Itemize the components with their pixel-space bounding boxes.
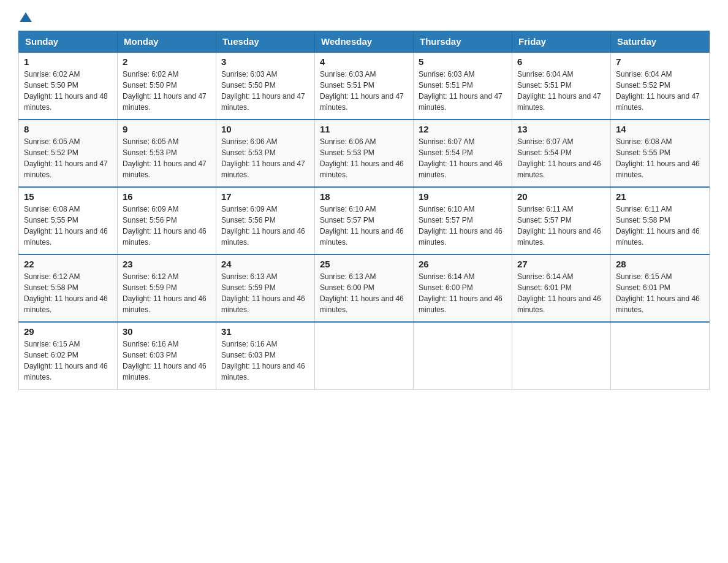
calendar-cell: 29Sunrise: 6:15 AMSunset: 6:02 PMDayligh… [19, 322, 118, 389]
calendar-week-row: 1Sunrise: 6:02 AMSunset: 5:50 PMDaylight… [19, 52, 710, 120]
calendar-cell: 19Sunrise: 6:10 AMSunset: 5:57 PMDayligh… [414, 187, 512, 255]
day-number: 2 [123, 56, 211, 67]
day-info: Sunrise: 6:04 AMSunset: 5:52 PMDaylight:… [616, 69, 704, 113]
day-number: 26 [419, 259, 507, 269]
day-number: 10 [221, 124, 309, 134]
col-header-thursday: Thursday [414, 31, 512, 53]
day-number: 7 [616, 56, 704, 67]
calendar-cell: 23Sunrise: 6:12 AMSunset: 5:59 PMDayligh… [118, 255, 216, 322]
calendar-cell: 2Sunrise: 6:02 AMSunset: 5:50 PMDaylight… [118, 52, 216, 120]
calendar-cell: 26Sunrise: 6:14 AMSunset: 6:00 PMDayligh… [414, 255, 512, 322]
day-info: Sunrise: 6:06 AMSunset: 5:53 PMDaylight:… [320, 136, 408, 180]
calendar-cell [512, 322, 611, 389]
day-info: Sunrise: 6:15 AMSunset: 6:02 PMDaylight:… [24, 339, 112, 383]
day-number: 24 [221, 259, 309, 269]
day-number: 14 [616, 124, 704, 134]
day-info: Sunrise: 6:04 AMSunset: 5:51 PMDaylight:… [517, 69, 605, 113]
day-number: 19 [419, 191, 507, 202]
day-info: Sunrise: 6:03 AMSunset: 5:51 PMDaylight:… [419, 69, 507, 113]
day-info: Sunrise: 6:11 AMSunset: 5:58 PMDaylight:… [616, 204, 704, 248]
calendar-cell: 14Sunrise: 6:08 AMSunset: 5:55 PMDayligh… [611, 120, 710, 187]
page-header [18, 12, 710, 21]
day-number: 5 [419, 56, 507, 67]
day-number: 20 [517, 191, 605, 202]
day-number: 28 [616, 259, 704, 269]
calendar-cell: 30Sunrise: 6:16 AMSunset: 6:03 PMDayligh… [118, 322, 216, 389]
day-info: Sunrise: 6:09 AMSunset: 5:56 PMDaylight:… [123, 204, 211, 248]
day-info: Sunrise: 6:12 AMSunset: 5:59 PMDaylight:… [123, 271, 211, 315]
col-header-monday: Monday [118, 31, 216, 53]
day-number: 12 [419, 124, 507, 134]
day-info: Sunrise: 6:05 AMSunset: 5:53 PMDaylight:… [123, 136, 211, 180]
day-number: 4 [320, 56, 408, 67]
day-info: Sunrise: 6:16 AMSunset: 6:03 PMDaylight:… [123, 339, 211, 383]
calendar-week-row: 29Sunrise: 6:15 AMSunset: 6:02 PMDayligh… [19, 322, 710, 389]
calendar-cell: 16Sunrise: 6:09 AMSunset: 5:56 PMDayligh… [118, 187, 216, 255]
day-info: Sunrise: 6:06 AMSunset: 5:53 PMDaylight:… [221, 136, 309, 180]
col-header-wednesday: Wednesday [315, 31, 414, 53]
day-info: Sunrise: 6:13 AMSunset: 5:59 PMDaylight:… [221, 271, 309, 315]
day-number: 16 [123, 191, 211, 202]
calendar-cell: 6Sunrise: 6:04 AMSunset: 5:51 PMDaylight… [512, 52, 611, 120]
day-info: Sunrise: 6:05 AMSunset: 5:52 PMDaylight:… [24, 136, 112, 180]
calendar-cell: 9Sunrise: 6:05 AMSunset: 5:53 PMDaylight… [118, 120, 216, 187]
day-number: 17 [221, 191, 309, 202]
day-number: 15 [24, 191, 112, 202]
calendar-cell: 3Sunrise: 6:03 AMSunset: 5:50 PMDaylight… [216, 52, 315, 120]
day-info: Sunrise: 6:08 AMSunset: 5:55 PMDaylight:… [616, 136, 704, 180]
calendar-cell: 22Sunrise: 6:12 AMSunset: 5:58 PMDayligh… [19, 255, 118, 322]
calendar-cell: 25Sunrise: 6:13 AMSunset: 6:00 PMDayligh… [315, 255, 414, 322]
day-info: Sunrise: 6:10 AMSunset: 5:57 PMDaylight:… [419, 204, 507, 248]
day-info: Sunrise: 6:10 AMSunset: 5:57 PMDaylight:… [320, 204, 408, 248]
day-info: Sunrise: 6:08 AMSunset: 5:55 PMDaylight:… [24, 204, 112, 248]
calendar-week-row: 22Sunrise: 6:12 AMSunset: 5:58 PMDayligh… [19, 255, 710, 322]
day-info: Sunrise: 6:03 AMSunset: 5:50 PMDaylight:… [221, 69, 309, 113]
calendar-cell: 7Sunrise: 6:04 AMSunset: 5:52 PMDaylight… [611, 52, 710, 120]
calendar-cell: 1Sunrise: 6:02 AMSunset: 5:50 PMDaylight… [19, 52, 118, 120]
day-number: 27 [517, 259, 605, 269]
col-header-sunday: Sunday [19, 31, 118, 53]
day-info: Sunrise: 6:11 AMSunset: 5:57 PMDaylight:… [517, 204, 605, 248]
day-number: 11 [320, 124, 408, 134]
day-number: 1 [24, 56, 112, 67]
calendar-cell: 11Sunrise: 6:06 AMSunset: 5:53 PMDayligh… [315, 120, 414, 187]
day-number: 9 [123, 124, 211, 134]
day-info: Sunrise: 6:13 AMSunset: 6:00 PMDaylight:… [320, 271, 408, 315]
logo-triangle-icon [20, 12, 32, 22]
day-info: Sunrise: 6:09 AMSunset: 5:56 PMDaylight:… [221, 204, 309, 248]
day-number: 18 [320, 191, 408, 202]
day-number: 30 [123, 326, 211, 337]
day-info: Sunrise: 6:16 AMSunset: 6:03 PMDaylight:… [221, 339, 309, 383]
calendar-cell: 17Sunrise: 6:09 AMSunset: 5:56 PMDayligh… [216, 187, 315, 255]
day-number: 8 [24, 124, 112, 134]
day-info: Sunrise: 6:07 AMSunset: 5:54 PMDaylight:… [517, 136, 605, 180]
calendar-week-row: 8Sunrise: 6:05 AMSunset: 5:52 PMDaylight… [19, 120, 710, 187]
day-info: Sunrise: 6:03 AMSunset: 5:51 PMDaylight:… [320, 69, 408, 113]
calendar-cell: 27Sunrise: 6:14 AMSunset: 6:01 PMDayligh… [512, 255, 611, 322]
day-info: Sunrise: 6:14 AMSunset: 6:01 PMDaylight:… [517, 271, 605, 315]
day-number: 29 [24, 326, 112, 337]
day-number: 3 [221, 56, 309, 67]
day-number: 25 [320, 259, 408, 269]
calendar-header-row: SundayMondayTuesdayWednesdayThursdayFrid… [19, 31, 710, 53]
calendar-cell: 4Sunrise: 6:03 AMSunset: 5:51 PMDaylight… [315, 52, 414, 120]
calendar-cell: 31Sunrise: 6:16 AMSunset: 6:03 PMDayligh… [216, 322, 315, 389]
col-header-saturday: Saturday [611, 31, 710, 53]
calendar-cell: 15Sunrise: 6:08 AMSunset: 5:55 PMDayligh… [19, 187, 118, 255]
logo [18, 12, 33, 21]
col-header-tuesday: Tuesday [216, 31, 315, 53]
day-info: Sunrise: 6:12 AMSunset: 5:58 PMDaylight:… [24, 271, 112, 315]
calendar-cell: 13Sunrise: 6:07 AMSunset: 5:54 PMDayligh… [512, 120, 611, 187]
calendar-cell: 21Sunrise: 6:11 AMSunset: 5:58 PMDayligh… [611, 187, 710, 255]
day-number: 6 [517, 56, 605, 67]
day-info: Sunrise: 6:07 AMSunset: 5:54 PMDaylight:… [419, 136, 507, 180]
calendar-cell: 10Sunrise: 6:06 AMSunset: 5:53 PMDayligh… [216, 120, 315, 187]
col-header-friday: Friday [512, 31, 611, 53]
day-number: 22 [24, 259, 112, 269]
calendar-cell [414, 322, 512, 389]
day-info: Sunrise: 6:02 AMSunset: 5:50 PMDaylight:… [24, 69, 112, 113]
calendar-cell [611, 322, 710, 389]
day-number: 21 [616, 191, 704, 202]
day-number: 13 [517, 124, 605, 134]
calendar-week-row: 15Sunrise: 6:08 AMSunset: 5:55 PMDayligh… [19, 187, 710, 255]
